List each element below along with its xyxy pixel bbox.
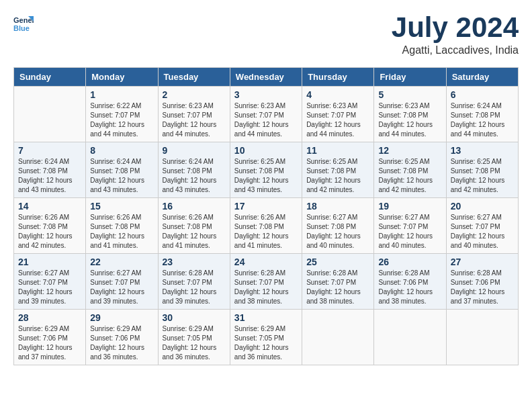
day-number: 20 [451, 201, 514, 212]
column-header-wednesday: Wednesday [230, 68, 302, 87]
calendar-week-2: 7Sunrise: 6:24 AM Sunset: 7:08 PM Daylig… [14, 142, 519, 198]
calendar-cell: 16Sunrise: 6:26 AM Sunset: 7:08 PM Dayli… [158, 198, 230, 254]
day-number: 14 [18, 201, 81, 212]
calendar-cell: 30Sunrise: 6:29 AM Sunset: 7:05 PM Dayli… [158, 310, 230, 365]
day-info: Sunrise: 6:23 AM Sunset: 7:07 PM Dayligh… [163, 101, 226, 139]
day-info: Sunrise: 6:24 AM Sunset: 7:08 PM Dayligh… [451, 101, 514, 139]
calendar-cell: 17Sunrise: 6:26 AM Sunset: 7:08 PM Dayli… [230, 198, 302, 254]
day-number: 2 [163, 89, 226, 100]
day-info: Sunrise: 6:28 AM Sunset: 7:06 PM Dayligh… [451, 269, 514, 306]
day-number: 24 [234, 257, 298, 267]
calendar-cell [374, 310, 446, 365]
day-info: Sunrise: 6:27 AM Sunset: 7:08 PM Dayligh… [306, 213, 369, 250]
day-number: 29 [90, 312, 153, 323]
day-info: Sunrise: 6:26 AM Sunset: 7:08 PM Dayligh… [234, 213, 298, 250]
day-number: 13 [451, 145, 514, 156]
day-number: 5 [378, 89, 441, 100]
calendar-cell: 3Sunrise: 6:23 AM Sunset: 7:07 PM Daylig… [230, 87, 302, 142]
logo-icon: General Blue [13, 13, 34, 34]
day-info: Sunrise: 6:26 AM Sunset: 7:08 PM Dayligh… [18, 213, 81, 250]
calendar-cell: 29Sunrise: 6:29 AM Sunset: 7:06 PM Dayli… [86, 310, 158, 365]
calendar-cell: 12Sunrise: 6:25 AM Sunset: 7:08 PM Dayli… [374, 142, 446, 198]
day-number: 28 [18, 312, 81, 323]
day-info: Sunrise: 6:27 AM Sunset: 7:07 PM Dayligh… [18, 269, 81, 306]
calendar-cell: 2Sunrise: 6:23 AM Sunset: 7:07 PM Daylig… [158, 87, 230, 142]
calendar-cell: 27Sunrise: 6:28 AM Sunset: 7:06 PM Dayli… [446, 254, 518, 310]
calendar-cell: 1Sunrise: 6:22 AM Sunset: 7:07 PM Daylig… [86, 87, 158, 142]
day-number: 25 [306, 257, 369, 267]
day-number: 11 [306, 145, 369, 156]
day-number: 21 [18, 257, 81, 267]
day-info: Sunrise: 6:25 AM Sunset: 7:08 PM Dayligh… [378, 157, 441, 195]
day-info: Sunrise: 6:28 AM Sunset: 7:06 PM Dayligh… [378, 269, 441, 306]
calendar-cell: 8Sunrise: 6:24 AM Sunset: 7:08 PM Daylig… [86, 142, 158, 198]
day-info: Sunrise: 6:24 AM Sunset: 7:08 PM Dayligh… [18, 157, 81, 195]
calendar-cell: 14Sunrise: 6:26 AM Sunset: 7:08 PM Dayli… [14, 198, 86, 254]
day-info: Sunrise: 6:28 AM Sunset: 7:07 PM Dayligh… [306, 269, 369, 306]
title-area: July 2024 Agatti, Laccadives, India [392, 13, 519, 56]
day-info: Sunrise: 6:28 AM Sunset: 7:07 PM Dayligh… [163, 269, 226, 306]
day-info: Sunrise: 6:26 AM Sunset: 7:08 PM Dayligh… [163, 213, 226, 250]
calendar-cell: 9Sunrise: 6:24 AM Sunset: 7:08 PM Daylig… [158, 142, 230, 198]
day-number: 22 [90, 257, 153, 267]
column-header-thursday: Thursday [302, 68, 374, 87]
day-info: Sunrise: 6:29 AM Sunset: 7:05 PM Dayligh… [234, 324, 298, 362]
day-number: 26 [378, 257, 441, 267]
day-info: Sunrise: 6:23 AM Sunset: 7:07 PM Dayligh… [234, 101, 298, 139]
calendar-week-1: 1Sunrise: 6:22 AM Sunset: 7:07 PM Daylig… [14, 87, 519, 142]
day-info: Sunrise: 6:27 AM Sunset: 7:07 PM Dayligh… [378, 213, 441, 250]
column-header-sunday: Sunday [14, 68, 86, 87]
day-number: 15 [90, 201, 153, 212]
day-info: Sunrise: 6:26 AM Sunset: 7:08 PM Dayligh… [90, 213, 153, 250]
day-number: 27 [451, 257, 514, 267]
header: General Blue July 2024 Agatti, Laccadive… [13, 13, 519, 56]
calendar-cell: 31Sunrise: 6:29 AM Sunset: 7:05 PM Dayli… [230, 310, 302, 365]
day-number: 18 [306, 201, 369, 212]
calendar-cell [446, 310, 518, 365]
calendar-cell: 19Sunrise: 6:27 AM Sunset: 7:07 PM Dayli… [374, 198, 446, 254]
calendar-cell: 21Sunrise: 6:27 AM Sunset: 7:07 PM Dayli… [14, 254, 86, 310]
column-header-saturday: Saturday [446, 68, 518, 87]
calendar-body: 1Sunrise: 6:22 AM Sunset: 7:07 PM Daylig… [14, 87, 519, 365]
calendar-cell: 24Sunrise: 6:28 AM Sunset: 7:07 PM Dayli… [230, 254, 302, 310]
column-header-monday: Monday [86, 68, 158, 87]
calendar-cell: 11Sunrise: 6:25 AM Sunset: 7:08 PM Dayli… [302, 142, 374, 198]
day-info: Sunrise: 6:23 AM Sunset: 7:07 PM Dayligh… [306, 101, 369, 139]
day-number: 4 [306, 89, 369, 100]
day-info: Sunrise: 6:25 AM Sunset: 7:08 PM Dayligh… [306, 157, 369, 195]
day-info: Sunrise: 6:24 AM Sunset: 7:08 PM Dayligh… [163, 157, 226, 195]
day-number: 1 [90, 89, 153, 100]
day-info: Sunrise: 6:25 AM Sunset: 7:08 PM Dayligh… [234, 157, 298, 195]
day-info: Sunrise: 6:29 AM Sunset: 7:05 PM Dayligh… [163, 324, 226, 362]
month-title: July 2024 [392, 13, 519, 42]
day-number: 3 [234, 89, 298, 100]
calendar-cell: 23Sunrise: 6:28 AM Sunset: 7:07 PM Dayli… [158, 254, 230, 310]
day-info: Sunrise: 6:23 AM Sunset: 7:08 PM Dayligh… [378, 101, 441, 139]
calendar-cell: 15Sunrise: 6:26 AM Sunset: 7:08 PM Dayli… [86, 198, 158, 254]
calendar-cell: 13Sunrise: 6:25 AM Sunset: 7:08 PM Dayli… [446, 142, 518, 198]
day-number: 19 [378, 201, 441, 212]
calendar-cell: 26Sunrise: 6:28 AM Sunset: 7:06 PM Dayli… [374, 254, 446, 310]
calendar-cell: 20Sunrise: 6:27 AM Sunset: 7:07 PM Dayli… [446, 198, 518, 254]
day-info: Sunrise: 6:27 AM Sunset: 7:07 PM Dayligh… [451, 213, 514, 250]
calendar-week-4: 21Sunrise: 6:27 AM Sunset: 7:07 PM Dayli… [14, 254, 519, 310]
calendar-header-row: SundayMondayTuesdayWednesdayThursdayFrid… [14, 68, 519, 87]
column-header-tuesday: Tuesday [158, 68, 230, 87]
calendar-cell [302, 310, 374, 365]
calendar-cell: 10Sunrise: 6:25 AM Sunset: 7:08 PM Dayli… [230, 142, 302, 198]
calendar-week-5: 28Sunrise: 6:29 AM Sunset: 7:06 PM Dayli… [14, 310, 519, 365]
day-number: 30 [163, 312, 226, 323]
calendar-cell: 22Sunrise: 6:27 AM Sunset: 7:07 PM Dayli… [86, 254, 158, 310]
day-number: 12 [378, 145, 441, 156]
day-number: 10 [234, 145, 298, 156]
calendar-cell: 7Sunrise: 6:24 AM Sunset: 7:08 PM Daylig… [14, 142, 86, 198]
svg-text:Blue: Blue [13, 24, 30, 32]
calendar-cell: 5Sunrise: 6:23 AM Sunset: 7:08 PM Daylig… [374, 87, 446, 142]
day-info: Sunrise: 6:25 AM Sunset: 7:08 PM Dayligh… [451, 157, 514, 195]
day-info: Sunrise: 6:24 AM Sunset: 7:08 PM Dayligh… [90, 157, 153, 195]
day-number: 8 [90, 145, 153, 156]
day-info: Sunrise: 6:28 AM Sunset: 7:07 PM Dayligh… [234, 269, 298, 306]
subtitle: Agatti, Laccadives, India [392, 44, 519, 56]
day-number: 31 [234, 312, 298, 323]
column-header-friday: Friday [374, 68, 446, 87]
